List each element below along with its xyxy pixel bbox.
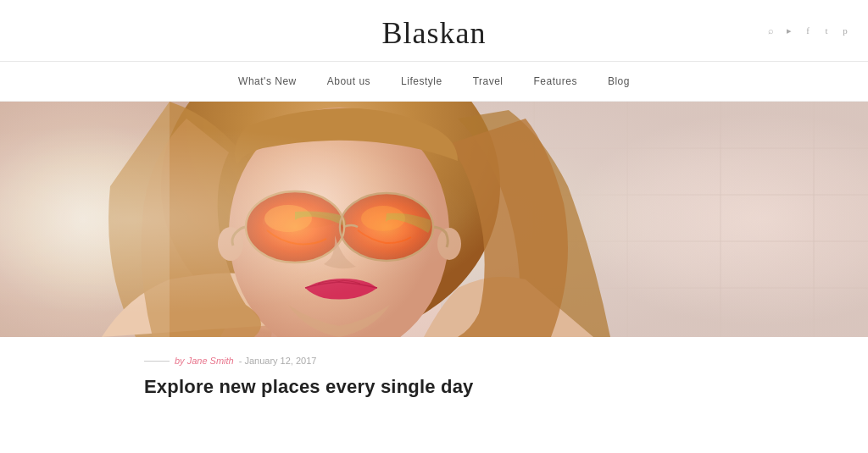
nav-item-whats-new[interactable]: What's New bbox=[238, 75, 297, 87]
nav-item-travel[interactable]: Travel bbox=[473, 75, 504, 87]
meta-line bbox=[144, 361, 170, 362]
nav-item-blog[interactable]: Blog bbox=[608, 75, 630, 87]
post-author[interactable]: by Jane Smith bbox=[175, 356, 234, 366]
site-title[interactable]: Blaskan bbox=[382, 15, 487, 51]
header-icons: ⌕ ▸ f t p bbox=[765, 25, 851, 36]
post-title[interactable]: Explore new places every single day bbox=[0, 373, 868, 398]
nav-item-about-us[interactable]: About us bbox=[327, 75, 370, 87]
twitter-icon[interactable]: t bbox=[821, 25, 832, 36]
search-icon[interactable]: ⌕ bbox=[765, 25, 776, 36]
nav-item-features[interactable]: Features bbox=[534, 75, 577, 87]
rss-icon[interactable]: ▸ bbox=[783, 25, 795, 36]
post-meta: by Jane Smith - January 12, 2017 bbox=[0, 337, 868, 373]
hero-image bbox=[0, 102, 868, 337]
nav-item-lifestyle[interactable]: Lifestyle bbox=[401, 75, 442, 87]
post-date: - January 12, 2017 bbox=[239, 356, 317, 366]
svg-rect-23 bbox=[0, 102, 868, 337]
facebook-icon[interactable]: f bbox=[802, 25, 814, 36]
site-header: Blaskan ⌕ ▸ f t p bbox=[0, 0, 868, 62]
main-nav: What's New About us Lifestyle Travel Fea… bbox=[0, 62, 868, 102]
pinterest-icon[interactable]: p bbox=[839, 25, 851, 36]
